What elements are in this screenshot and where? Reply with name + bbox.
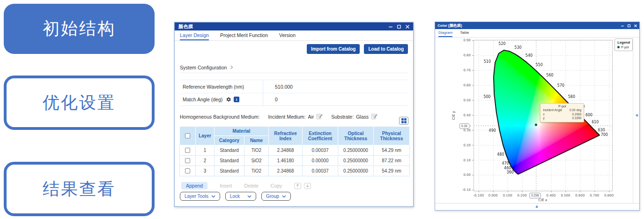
insert-button[interactable]: Insert	[220, 183, 232, 189]
optical-thickness-cell[interactable]: 0.25000000	[338, 156, 374, 166]
double-chevron-up-icon[interactable]: «	[534, 205, 540, 208]
header-physical-thickness: Physical Thickness	[374, 127, 410, 145]
y-marker-tag: 0.33	[459, 123, 469, 129]
tab-version[interactable]: Version	[279, 30, 296, 40]
bottom-panel: «	[435, 203, 639, 210]
header-layer: Layer	[196, 127, 215, 145]
x-marker-tag: 0.296	[529, 193, 540, 198]
extinction-coefficient-cell[interactable]: 0.00037	[303, 166, 338, 176]
tab-diagram[interactable]: Diagram	[438, 29, 452, 37]
minimize-icon[interactable]	[621, 24, 624, 27]
layer-table-row: 3StandardTiO22.348680.000370.2500000054.…	[180, 166, 410, 176]
load-to-catalog-button[interactable]: Load to Catalog	[364, 44, 408, 54]
category-cell[interactable]: Standard	[215, 156, 244, 166]
chart-tooltip: P-pol Incident Angle0.00 deg x0.2963 y0.…	[540, 103, 584, 122]
select-all-checkbox[interactable]	[185, 133, 190, 138]
system-configuration-header[interactable]: System Configuration	[180, 62, 408, 73]
tooltip-row: y0.3350	[543, 116, 581, 121]
optical-thickness-cell[interactable]: 0.25000000	[338, 145, 374, 156]
category-cell[interactable]: Standard	[215, 145, 244, 156]
material-name-cell[interactable]: TiO2	[244, 145, 269, 156]
flow-step-label: 结果查看	[43, 178, 116, 201]
color-window: Color [颜色膜] Diagram Table Legend P-pol P…	[435, 22, 640, 211]
reference-wavelength-value[interactable]: 510.000	[263, 84, 293, 90]
maximize-icon[interactable]	[397, 25, 401, 29]
table-view-options-icon[interactable]	[399, 117, 408, 125]
import-from-catalog-button[interactable]: Import from Catalog	[307, 44, 360, 54]
header-category: Category	[215, 136, 244, 145]
design-window-titlebar[interactable]: 颜色膜	[175, 23, 413, 30]
refractive-index-cell[interactable]: 2.34868	[269, 145, 303, 156]
flow-step-result-view[interactable]: 结果查看	[4, 162, 155, 216]
legend-item-p-pol: P-pol	[617, 45, 630, 49]
info-icon[interactable]: i	[234, 97, 239, 102]
header-optical-thickness: Optical Thickness	[338, 127, 374, 145]
chevron-down-icon	[282, 195, 286, 198]
header-extinction-coefficient: Extinction Coefficient	[303, 127, 338, 145]
edit-incident-medium-icon[interactable]	[316, 113, 323, 120]
layer-number-cell[interactable]: 3	[196, 166, 215, 176]
refractive-index-cell[interactable]: 2.34868	[269, 166, 303, 176]
header-name: Name	[244, 136, 269, 145]
extinction-coefficient-cell[interactable]: 0.00000	[303, 156, 338, 166]
gear-icon[interactable]	[225, 97, 231, 102]
optical-thickness-cell[interactable]: 0.25000000	[338, 166, 374, 176]
row-select-cell[interactable]	[180, 166, 196, 176]
physical-thickness-cell[interactable]: 54.29 nm	[374, 166, 410, 176]
header-material: Material	[215, 127, 269, 136]
substrate-value: Glass	[356, 114, 369, 120]
move-up-button[interactable]	[294, 183, 301, 189]
lock-dropdown[interactable]: Lock	[225, 192, 256, 201]
design-window-title: 颜色膜	[178, 23, 193, 30]
material-name-cell[interactable]: SiO2	[244, 156, 269, 166]
row-select-cell[interactable]	[180, 156, 196, 166]
refractive-index-cell[interactable]: 1.46180	[269, 156, 303, 166]
minimize-icon[interactable]	[389, 25, 392, 29]
close-icon[interactable]	[634, 24, 637, 27]
incident-medium-value: Air	[308, 114, 314, 120]
flow-step-optimization-settings[interactable]: 优化设置	[4, 76, 155, 130]
row-select-cell[interactable]	[180, 145, 196, 156]
system-configuration-label: System Configuration	[180, 65, 227, 70]
layer-number-cell[interactable]: 1	[196, 145, 215, 156]
double-chevron-left-icon[interactable]: «	[636, 113, 638, 117]
color-window-title: Color [颜色膜]	[437, 23, 462, 28]
physical-thickness-cell[interactable]: 87.22 nm	[374, 156, 410, 166]
match-angle-value[interactable]: 0	[263, 97, 278, 102]
legend-series-label: P-pol	[621, 45, 629, 49]
color-window-tabs: Diagram Table	[435, 29, 639, 38]
append-button[interactable]: Append	[181, 182, 207, 189]
row-checkbox[interactable]	[185, 148, 190, 153]
layer-table-body: 1StandardTiO22.348680.000370.2500000054.…	[180, 145, 410, 176]
match-angle-label: Match Angle (deg)	[183, 97, 222, 102]
substrate-label: Substrate:	[331, 114, 354, 120]
category-cell[interactable]: Standard	[215, 166, 244, 176]
layer-number-cell[interactable]: 2	[196, 156, 215, 166]
chromaticity-diagram-area: Legend P-pol P-pol Incident Angle0.00 de…	[435, 38, 639, 210]
color-window-titlebar[interactable]: Color [颜色膜]	[435, 22, 639, 29]
copy-button[interactable]: Copy	[271, 183, 282, 189]
cie-chromaticity-chart[interactable]	[435, 38, 632, 204]
side-panel-divider	[633, 38, 633, 203]
layer-tool-dropdowns: Layer Tools Lock Group	[180, 192, 291, 201]
tab-project-merit-function[interactable]: Project Merit Function	[220, 30, 268, 40]
close-icon[interactable]	[406, 25, 409, 29]
layer-tools-dropdown[interactable]: Layer Tools	[180, 192, 220, 201]
group-dropdown[interactable]: Group	[261, 192, 291, 201]
chevron-right-icon	[230, 65, 233, 69]
flow-step-initial-structure[interactable]: 初始结构	[4, 4, 155, 54]
incident-medium-label: Incident Medium:	[268, 114, 305, 120]
tab-layer-design[interactable]: Layer Design	[180, 30, 209, 40]
move-down-button[interactable]	[304, 183, 311, 189]
delete-button[interactable]: Delete	[244, 183, 258, 189]
row-checkbox[interactable]	[185, 158, 190, 163]
tab-table[interactable]: Table	[460, 29, 469, 37]
material-name-cell[interactable]: TiO2	[244, 166, 269, 176]
physical-thickness-cell[interactable]: 54.29 nm	[374, 145, 410, 156]
extinction-coefficient-cell[interactable]: 0.00037	[303, 145, 338, 156]
design-window: 颜色膜 Layer Design Project Merit Function …	[174, 22, 414, 207]
maximize-icon[interactable]	[628, 24, 630, 27]
edit-substrate-icon[interactable]	[371, 113, 378, 120]
select-all-cell[interactable]	[180, 127, 196, 145]
row-checkbox[interactable]	[185, 168, 190, 174]
